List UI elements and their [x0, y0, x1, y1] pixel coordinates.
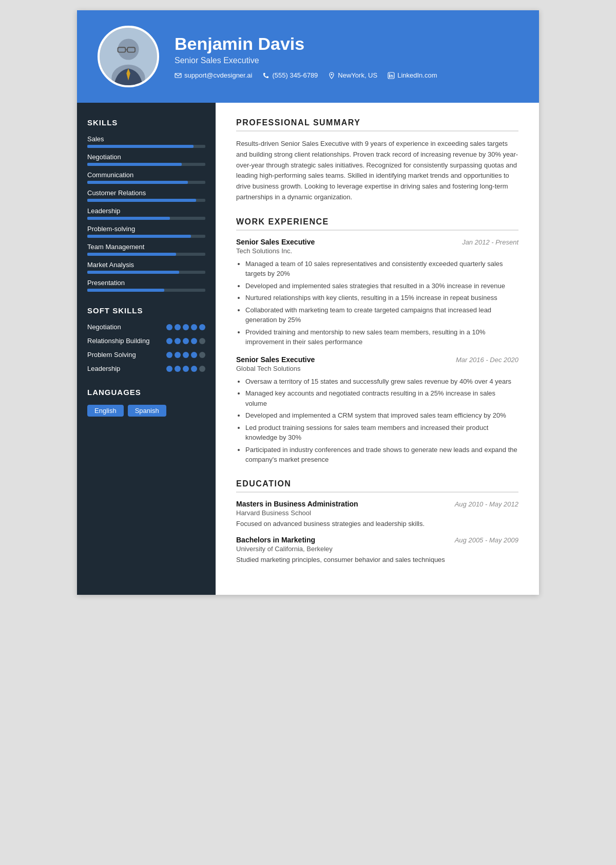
- job-bullet: Managed a team of 10 sales representativ…: [245, 259, 518, 279]
- job-bullet: Oversaw a territory of 15 states and suc…: [245, 377, 518, 387]
- contact-phone: (555) 345-6789: [262, 71, 318, 79]
- dots: [166, 338, 205, 344]
- main-content: PROFESSIONAL SUMMARY Results-driven Seni…: [216, 103, 539, 595]
- soft-skill-item: Problem Solving: [87, 351, 205, 360]
- skill-label: Leadership: [87, 207, 205, 215]
- skill-item: Negotiation: [87, 153, 205, 166]
- job-bullets: Oversaw a territory of 15 states and suc…: [236, 377, 518, 465]
- dot: [199, 324, 205, 330]
- job-title: Senior Sales Executive: [236, 355, 315, 364]
- skill-bar-bg: [87, 271, 205, 274]
- skill-bar-fill: [87, 163, 182, 166]
- job-title: Senior Sales Executive: [236, 238, 315, 246]
- lang-tag: Spanish: [128, 405, 166, 417]
- skills-section: SKILLS Sales Negotiation Communication C…: [87, 118, 205, 292]
- dot: [183, 338, 189, 344]
- edu-school: University of California, Berkeley: [236, 545, 518, 553]
- languages-title: LANGUAGES: [87, 388, 205, 397]
- skill-bar-bg: [87, 163, 205, 166]
- dot: [199, 352, 205, 358]
- skill-label: Communication: [87, 171, 205, 179]
- skill-item: Team Management: [87, 243, 205, 256]
- sidebar: SKILLS Sales Negotiation Communication C…: [77, 103, 216, 595]
- contact-location: NewYork, US: [328, 71, 377, 79]
- jobs-list: Senior Sales Executive Jan 2012 - Presen…: [236, 238, 518, 465]
- soft-skill-label: Problem Solving: [87, 351, 166, 360]
- svg-point-8: [331, 73, 333, 75]
- job-bullet: Developed and implemented sales strategi…: [245, 281, 518, 291]
- skill-bar-bg: [87, 145, 205, 148]
- job-header: Senior Sales Executive Jan 2012 - Presen…: [236, 238, 518, 246]
- dot: [166, 352, 172, 358]
- dot: [183, 324, 189, 330]
- skill-label: Team Management: [87, 243, 205, 251]
- soft-skills-list: Negotiation Relationship Building Proble…: [87, 323, 205, 373]
- soft-skill-label: Relationship Building: [87, 337, 166, 346]
- languages-section: LANGUAGES EnglishSpanish: [87, 388, 205, 417]
- job-bullet: Managed key accounts and negotiated cont…: [245, 388, 518, 408]
- edu-header: Masters in Business Administration Aug 2…: [236, 500, 518, 508]
- soft-skill-label: Negotiation: [87, 323, 166, 332]
- dot: [191, 352, 197, 358]
- work-section: WORK EXPERIENCE Senior Sales Executive J…: [236, 217, 518, 465]
- header: Benjamin Davis Senior Sales Executive su…: [77, 10, 539, 103]
- work-title: WORK EXPERIENCE: [236, 217, 518, 231]
- soft-skill-item: Negotiation: [87, 323, 205, 332]
- lang-tag: English: [87, 405, 124, 417]
- soft-skill-item: Relationship Building: [87, 337, 205, 346]
- dot: [175, 366, 181, 372]
- edu-entry: Masters in Business Administration Aug 2…: [236, 500, 518, 529]
- lang-tags: EnglishSpanish: [87, 405, 205, 417]
- education-section: EDUCATION Masters in Business Administra…: [236, 479, 518, 565]
- svg-point-11: [389, 73, 390, 74]
- skill-bar-fill: [87, 145, 194, 148]
- dot: [175, 324, 181, 330]
- skill-bar-fill: [87, 253, 176, 256]
- edu-desc: Focused on advanced business strategies …: [236, 519, 518, 529]
- job-bullet: Provided training and mentorship to new …: [245, 327, 518, 347]
- edu-school: Harvard Business School: [236, 509, 518, 517]
- skill-item: Communication: [87, 171, 205, 184]
- summary-text: Results-driven Senior Sales Executive wi…: [236, 139, 518, 203]
- contact-linkedin: LinkedIn.com: [388, 71, 437, 79]
- edu-date: Aug 2010 - May 2012: [455, 500, 518, 508]
- avatar: [98, 26, 159, 87]
- skill-bar-bg: [87, 181, 205, 184]
- dot: [191, 366, 197, 372]
- summary-title: PROFESSIONAL SUMMARY: [236, 118, 518, 131]
- dot: [199, 338, 205, 344]
- job-date: Jan 2012 - Present: [462, 238, 518, 246]
- summary-section: PROFESSIONAL SUMMARY Results-driven Seni…: [236, 118, 518, 203]
- skill-label: Customer Relations: [87, 189, 205, 197]
- dot: [191, 338, 197, 344]
- job-bullet: Nurtured relationships with key clients,…: [245, 293, 518, 303]
- edu-list: Masters in Business Administration Aug 2…: [236, 500, 518, 565]
- soft-skills-section: SOFT SKILLS Negotiation Relationship Bui…: [87, 306, 205, 373]
- dots: [166, 324, 205, 330]
- skill-label: Presentation: [87, 279, 205, 287]
- skill-item: Market Analysis: [87, 261, 205, 274]
- edu-date: Aug 2005 - May 2009: [455, 536, 518, 544]
- header-name: Benjamin Davis: [175, 34, 437, 54]
- skill-item: Sales: [87, 135, 205, 148]
- skill-bar-fill: [87, 199, 196, 202]
- job-entry: Senior Sales Executive Jan 2012 - Presen…: [236, 238, 518, 347]
- job-date: Mar 2016 - Dec 2020: [456, 356, 518, 364]
- job-company: Tech Solutions Inc.: [236, 247, 518, 255]
- skill-bar-fill: [87, 271, 179, 274]
- edu-entry: Bachelors in Marketing Aug 2005 - May 20…: [236, 536, 518, 565]
- skill-item: Presentation: [87, 279, 205, 292]
- body: SKILLS Sales Negotiation Communication C…: [77, 103, 539, 595]
- skill-bar-bg: [87, 253, 205, 256]
- edu-header: Bachelors in Marketing Aug 2005 - May 20…: [236, 536, 518, 544]
- skills-list: Sales Negotiation Communication Customer…: [87, 135, 205, 292]
- job-bullet: Participated in industry conferences and…: [245, 445, 518, 465]
- dot: [166, 324, 172, 330]
- soft-skill-item: Leadership: [87, 365, 205, 373]
- dot: [183, 352, 189, 358]
- job-entry: Senior Sales Executive Mar 2016 - Dec 20…: [236, 355, 518, 465]
- skill-label: Negotiation: [87, 153, 205, 161]
- dot: [175, 352, 181, 358]
- job-bullets: Managed a team of 10 sales representativ…: [236, 259, 518, 347]
- skill-item: Problem-solving: [87, 225, 205, 238]
